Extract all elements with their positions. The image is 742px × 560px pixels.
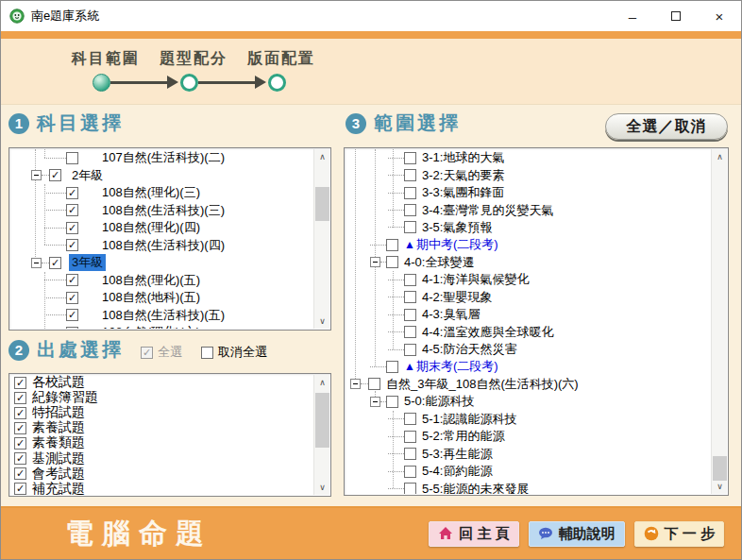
checkbox[interactable] <box>386 256 398 268</box>
checkbox[interactable] <box>386 239 398 251</box>
checkbox[interactable] <box>404 169 416 181</box>
tree-item[interactable]: 5-2:常用的能源 <box>346 428 711 445</box>
tree-item[interactable]: 5-3:再生能源 <box>346 445 711 462</box>
checkbox[interactable]: ✓ <box>49 257 61 269</box>
checkbox[interactable]: ✓ <box>49 169 61 181</box>
tree-item[interactable]: ✓108自然(理化)(三) <box>10 184 313 202</box>
checkbox[interactable] <box>66 152 78 164</box>
tree-item[interactable]: ▲期中考(二段考) <box>346 236 711 253</box>
tree-item[interactable]: ✓108自然(生活科技)(三) <box>10 202 313 220</box>
expand-toggle-icon[interactable] <box>370 257 380 267</box>
checkbox[interactable]: ✓ <box>66 204 78 216</box>
scrollbar-thumb[interactable] <box>315 187 329 221</box>
step-circle-upcoming[interactable] <box>180 74 198 92</box>
minimize-button[interactable]: – <box>611 1 654 31</box>
tree-item[interactable]: 4-2:聖嬰現象 <box>346 289 711 306</box>
expand-toggle-icon[interactable] <box>370 397 380 407</box>
scroll-down-icon[interactable]: ∨ <box>712 479 728 494</box>
tree-item[interactable]: 3-3:氣團和鋒面 <box>346 184 711 201</box>
checkbox[interactable] <box>404 448 416 460</box>
checkbox[interactable]: ✓ <box>14 437 26 450</box>
checkbox[interactable] <box>404 204 416 216</box>
checkbox[interactable]: ✓ <box>14 452 26 465</box>
checkbox[interactable]: ✓ <box>14 483 26 495</box>
source-item[interactable]: ✓素養類題 <box>10 435 313 450</box>
checkbox[interactable]: ✓ <box>14 422 26 434</box>
tree-item[interactable]: 4-1:海洋與氣候變化 <box>346 271 711 288</box>
checkbox[interactable]: ✓ <box>14 392 26 404</box>
source-item[interactable]: ✓特招試題 <box>10 405 313 420</box>
tree-item[interactable]: 5-4:節約能源 <box>346 463 711 480</box>
tree-item[interactable]: 自然_3年級_108自然(生活科技)(六) <box>346 376 711 393</box>
checkbox[interactable] <box>404 221 416 233</box>
tree-item[interactable]: ✓108自然(生活科技)(五) <box>10 307 313 325</box>
range-tree-scrollbar[interactable]: ∧ ∨ <box>711 149 727 494</box>
tree-item[interactable]: 4-4:溫室效應與全球暖化 <box>346 323 711 340</box>
source-item[interactable]: ✓素養試題 <box>10 420 313 435</box>
step-circle-upcoming[interactable] <box>268 74 286 92</box>
tree-item[interactable]: ✓108自然(理化)(四) <box>10 219 313 237</box>
checkbox[interactable]: ✓ <box>14 377 26 389</box>
checkbox[interactable] <box>66 327 78 329</box>
tree-item[interactable]: ✓108自然(理化)(五) <box>10 272 313 290</box>
tree-item[interactable]: 107自然(生活科技)(二) <box>10 149 313 167</box>
checkbox[interactable] <box>404 274 416 286</box>
home-button[interactable]: 回 主 頁 <box>429 521 518 547</box>
source-list-scrollbar[interactable]: ∧ ∨ <box>313 375 329 495</box>
scroll-up-icon[interactable]: ∧ <box>314 375 330 390</box>
tree-item[interactable]: 4-5:防治天然災害 <box>346 341 711 358</box>
select-all-option[interactable]: ✓ 全選 <box>141 344 182 361</box>
checkbox[interactable] <box>404 291 416 303</box>
maximize-button[interactable] <box>654 1 698 31</box>
checkbox[interactable] <box>368 378 380 390</box>
scrollbar-thumb[interactable] <box>713 456 727 481</box>
source-item[interactable]: ✓各校試題 <box>10 375 313 390</box>
checkbox[interactable]: ✓ <box>66 309 78 321</box>
tree-item[interactable]: 3-5:氣象預報 <box>346 219 711 236</box>
tree-item[interactable]: ✓108自然(地科)(五) <box>10 289 313 307</box>
checkbox[interactable]: ✓ <box>14 467 26 480</box>
tree-item[interactable]: 3-4:臺灣常見的災變天氣 <box>346 201 711 218</box>
checkbox[interactable] <box>386 361 398 373</box>
close-button[interactable]: × <box>698 1 741 31</box>
checkbox[interactable]: ✓ <box>66 187 78 199</box>
next-button[interactable]: 下 一 步 <box>634 521 724 547</box>
tree-item[interactable]: 5-0:能源科技 <box>346 393 711 410</box>
checkbox[interactable] <box>404 431 416 443</box>
deselect-all-checkbox[interactable] <box>201 347 213 359</box>
tree-item[interactable]: 4-3:臭氧層 <box>346 306 711 323</box>
tree-item[interactable]: 3-2:天氣的要素 <box>346 166 711 183</box>
checkbox[interactable] <box>404 152 416 164</box>
subject-tree-scrollbar[interactable]: ∧ ∨ <box>313 149 329 329</box>
checkbox[interactable]: ✓ <box>66 222 78 234</box>
tree-item[interactable]: ✓3年級 <box>10 254 313 272</box>
toggle-all-button[interactable]: 全選／取消 <box>605 113 728 140</box>
step-circle-current[interactable] <box>93 74 110 92</box>
checkbox[interactable]: ✓ <box>66 274 78 286</box>
tree-item[interactable]: 5-1:認識能源科技 <box>346 411 711 428</box>
tree-item[interactable]: ✓108自然(生活科技)(四) <box>10 237 313 255</box>
checkbox[interactable] <box>404 344 416 356</box>
tree-item[interactable]: 5-5:能源的未來發展 <box>346 480 711 494</box>
checkbox[interactable] <box>404 187 416 199</box>
checkbox[interactable] <box>386 396 398 408</box>
checkbox[interactable]: ✓ <box>66 239 78 251</box>
expand-toggle-icon[interactable] <box>31 170 42 180</box>
tree-item[interactable]: 3-1:地球的大氣 <box>346 149 711 166</box>
source-item[interactable]: ✓補充試題 <box>10 482 313 495</box>
source-item[interactable]: ✓基測試題 <box>10 450 313 466</box>
checkbox[interactable]: ✓ <box>14 407 26 419</box>
checkbox[interactable] <box>404 413 416 425</box>
select-all-checkbox[interactable]: ✓ <box>141 347 153 359</box>
checkbox[interactable] <box>404 466 416 478</box>
scroll-down-icon[interactable]: ∨ <box>314 314 330 329</box>
scroll-up-icon[interactable]: ∧ <box>712 149 728 164</box>
expand-toggle-icon[interactable] <box>31 258 42 268</box>
tree-item[interactable]: ✓2年級 <box>10 167 313 185</box>
scroll-up-icon[interactable]: ∧ <box>314 149 330 164</box>
scroll-down-icon[interactable]: ∨ <box>314 480 330 495</box>
help-button[interactable]: 輔助說明 <box>529 521 625 547</box>
source-item[interactable]: ✓紀錄簿習題 <box>10 390 313 405</box>
checkbox[interactable] <box>404 483 416 494</box>
tree-item[interactable]: 108自然(理化)(六) <box>10 324 313 329</box>
